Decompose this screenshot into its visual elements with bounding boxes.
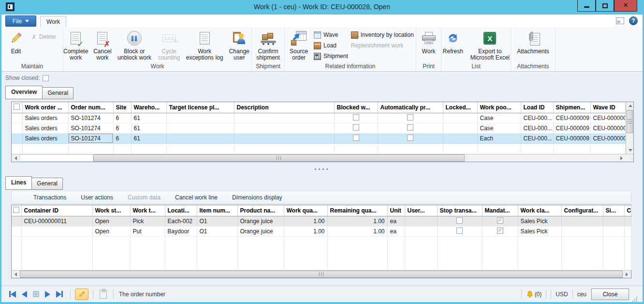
previous-record-button[interactable]: [22, 291, 27, 298]
auto-processed-checkbox[interactable]: [407, 124, 413, 131]
col-work-order-type[interactable]: Work order ...: [22, 102, 68, 113]
stop-transaction-checkbox[interactable]: [456, 217, 463, 224]
auto-processed-checkbox[interactable]: [407, 114, 413, 121]
col-mandatory[interactable]: Mandat...: [482, 205, 518, 216]
cancel-work-line-link[interactable]: Cancel work line: [175, 194, 218, 201]
resize-grip[interactable]: [632, 296, 638, 302]
col-unit[interactable]: Unit: [387, 205, 405, 216]
wave-button[interactable]: Wave: [314, 30, 348, 40]
source-order-button[interactable]: Source order: [287, 29, 311, 61]
export-to-excel-button[interactable]: Export to Microsoft Excel: [469, 29, 511, 61]
work-print-button[interactable]: Work: [418, 29, 439, 55]
col-load-id[interactable]: Load ID: [521, 102, 553, 113]
auto-processed-checkbox[interactable]: [407, 135, 413, 141]
col-description[interactable]: Description: [234, 102, 334, 113]
blocked-checkbox[interactable]: [353, 124, 359, 131]
change-user-button[interactable]: Change user: [227, 29, 251, 61]
tab-lines[interactable]: Lines: [5, 176, 32, 190]
mandatory-checkbox[interactable]: [497, 217, 503, 224]
col-item-number[interactable]: Item num...: [197, 205, 237, 216]
col-container-id[interactable]: Container ID: [21, 205, 92, 216]
inventory-by-location-button[interactable]: Inventory by location: [351, 30, 414, 40]
col-automatically-processed[interactable]: Automatically pr...: [378, 102, 443, 113]
block-unblock-work-button[interactable]: Block or unblock work: [117, 29, 152, 61]
table-row[interactable]: Open Put Baydoor O1 Orange juice 1.00 1.…: [12, 226, 631, 236]
col-site[interactable]: Site: [113, 102, 131, 113]
col-blocked-work[interactable]: Blocked w...: [334, 102, 378, 113]
refresh-button[interactable]: Refresh: [441, 29, 465, 55]
blocked-checkbox[interactable]: [353, 135, 359, 141]
scroll-down-button[interactable]: [626, 147, 634, 154]
col-size[interactable]: Si...: [603, 205, 624, 216]
col-shipment-id[interactable]: Shipmen...: [553, 102, 590, 113]
replenishment-work-button[interactable]: Replenishment work: [351, 40, 414, 51]
table-row[interactable]: Sales orders SO-101274 6 61 Case CEU-000…: [12, 123, 625, 133]
scroll-right-button[interactable]: [623, 271, 631, 278]
scroll-left-button[interactable]: [12, 154, 20, 162]
layout-panel-icon[interactable]: [616, 17, 624, 24]
dimensions-display-link[interactable]: Dimensions display: [232, 194, 282, 201]
notifications-button[interactable]: (0): [526, 290, 542, 298]
file-menu-button[interactable]: File: [5, 15, 36, 27]
table-row-selected[interactable]: CEU-000000011 Open Pick Each-002 O1 Oran…: [12, 216, 631, 226]
first-record-button[interactable]: [9, 291, 16, 298]
tab-overview[interactable]: Overview: [5, 86, 43, 99]
col-locked[interactable]: Locked...: [443, 102, 477, 113]
help-icon[interactable]: [629, 16, 638, 25]
close-window-button[interactable]: [614, 0, 637, 12]
col-order-number[interactable]: Order num...: [68, 102, 113, 113]
minimize-button[interactable]: [577, 0, 596, 12]
edit-button[interactable]: Edit: [5, 29, 27, 55]
delete-button[interactable]: Delete: [31, 31, 56, 42]
attachments-button[interactable]: Attachments: [514, 29, 553, 55]
select-all-checkbox[interactable]: [13, 207, 19, 213]
scroll-right-button[interactable]: [617, 154, 626, 162]
transactions-link[interactable]: Transactions: [33, 194, 66, 201]
col-color[interactable]: Co: [624, 205, 631, 216]
tab-lines-general[interactable]: General: [32, 178, 63, 190]
scroll-left-button[interactable]: [12, 271, 20, 278]
col-wave-id[interactable]: Wave ID: [590, 102, 625, 113]
last-record-button[interactable]: [56, 291, 63, 298]
show-closed-checkbox[interactable]: [43, 75, 49, 81]
col-work-status[interactable]: Work st...: [92, 205, 130, 216]
table-row[interactable]: Sales orders SO-101274 6 61 Case CEU-000…: [12, 113, 625, 123]
col-location[interactable]: Locati...: [165, 205, 197, 216]
edit-mode-button[interactable]: [75, 289, 88, 300]
complete-work-button[interactable]: Complete work: [63, 29, 88, 61]
col-remaining-quantity[interactable]: Remaining qua...: [327, 205, 387, 216]
vertical-scroll-thumb[interactable]: [627, 110, 633, 133]
custom-data-link[interactable]: Custom data: [128, 194, 161, 201]
maximize-button[interactable]: [596, 0, 614, 12]
shipment-button[interactable]: Shipment: [314, 51, 348, 61]
col-target-license-plate[interactable]: Target license pl...: [166, 102, 234, 113]
mandatory-checkbox[interactable]: [497, 228, 503, 234]
cancel-work-button[interactable]: Cancel work: [92, 29, 113, 61]
next-record-button[interactable]: [45, 291, 50, 298]
blocked-checkbox[interactable]: [353, 114, 359, 121]
splitter-handle[interactable]: [1, 167, 643, 171]
col-stop-transaction[interactable]: Stop transa...: [437, 205, 482, 216]
col-work-quantity[interactable]: Work qua...: [284, 205, 327, 216]
clipboard-icon[interactable]: [100, 290, 107, 299]
load-button[interactable]: Load: [314, 40, 348, 51]
grid-view-icon[interactable]: [33, 291, 39, 297]
col-configuration[interactable]: Configurat...: [561, 205, 603, 216]
col-product-name[interactable]: Product na...: [237, 205, 284, 216]
cycle-counting-button[interactable]: 1,2,3 Cycle counting: [156, 29, 182, 61]
stop-transaction-checkbox[interactable]: [456, 228, 463, 234]
table-row-selected[interactable]: Sales orders SO-101274 6 61 Each CEU-000…: [12, 133, 625, 143]
col-work-type[interactable]: Work t...: [130, 205, 165, 216]
horizontal-scroll-thumb[interactable]: [20, 271, 623, 278]
scroll-up-button[interactable]: [626, 102, 634, 109]
col-warehouse[interactable]: Wareho...: [131, 102, 166, 113]
col-work-class[interactable]: Work cla...: [518, 205, 561, 216]
col-work-pool[interactable]: Work poo...: [477, 102, 521, 113]
tab-overview-general[interactable]: General: [43, 87, 73, 99]
col-user[interactable]: User...: [405, 205, 437, 216]
horizontal-scroll-thumb[interactable]: [93, 154, 465, 162]
close-form-button[interactable]: Close: [591, 289, 629, 300]
select-all-checkbox[interactable]: [14, 104, 20, 110]
user-actions-link[interactable]: User actions: [81, 194, 113, 201]
tab-work[interactable]: Work: [40, 16, 66, 27]
